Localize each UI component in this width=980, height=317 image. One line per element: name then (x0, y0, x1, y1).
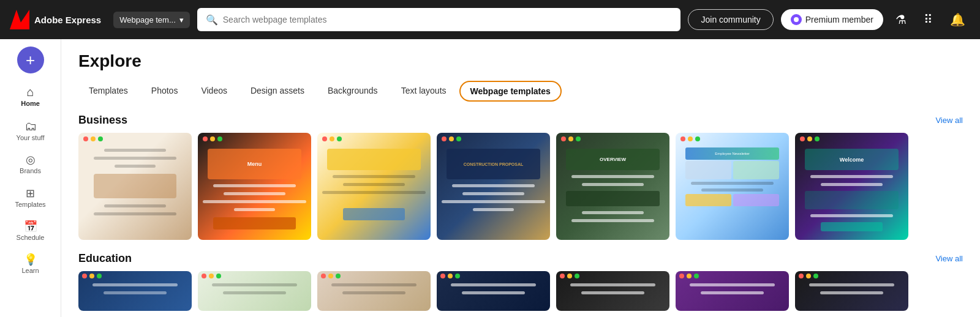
sidebar: + ⌂ Home 🗂 Your stuff ◎ Brands ⊞ Templat… (0, 39, 61, 317)
business-section-header: Business View all (78, 114, 963, 127)
template-card[interactable] (556, 271, 669, 311)
sidebar-item-your-stuff[interactable]: 🗂 Your stuff (6, 115, 55, 147)
logo-area: Adobe Express (10, 10, 101, 29)
business-template-grid: Menu (78, 133, 963, 240)
template-card[interactable] (795, 271, 908, 311)
premium-member-button[interactable]: Premium member (781, 9, 883, 30)
sidebar-item-brands-label: Brands (20, 167, 41, 175)
content-area: Explore Templates Photos Videos Design a… (61, 39, 980, 317)
tab-webpage-templates[interactable]: Webpage templates (459, 81, 562, 102)
template-card[interactable] (317, 271, 431, 311)
template-card[interactable]: Welcome (795, 133, 908, 240)
business-view-all-link[interactable]: View all (935, 116, 963, 125)
template-card[interactable] (78, 271, 192, 311)
schedule-icon: 📅 (24, 221, 37, 232)
template-card[interactable]: CONSTRUCTION PROPOSAL (437, 133, 550, 240)
template-card[interactable] (437, 271, 550, 311)
tab-photos[interactable]: Photos (141, 81, 189, 102)
sidebar-item-templates[interactable]: ⊞ Templates (6, 183, 55, 214)
education-template-grid (78, 271, 963, 311)
search-icon: 🔍 (206, 14, 218, 26)
tab-backgrounds[interactable]: Backgrounds (317, 81, 388, 102)
brands-icon: ◎ (26, 154, 36, 165)
learn-icon: 💡 (24, 254, 37, 265)
tab-design-assets[interactable]: Design assets (240, 81, 315, 102)
education-section-header: Education View all (78, 252, 963, 265)
sidebar-item-learn-label: Learn (21, 267, 39, 275)
search-bar: 🔍 (197, 8, 681, 31)
sidebar-item-learn[interactable]: 💡 Learn (6, 249, 55, 280)
top-navigation: Adobe Express Webpage tem... ▾ 🔍 Join co… (0, 0, 980, 39)
add-button[interactable]: + (17, 47, 44, 73)
page-title: Explore (78, 51, 963, 71)
template-card[interactable]: OVERVIEW (556, 133, 669, 240)
grid-icon-button[interactable]: ⠿ (919, 10, 938, 29)
category-selector-button[interactable]: Webpage tem... ▾ (113, 12, 190, 28)
tab-videos[interactable]: Videos (190, 81, 238, 102)
tab-templates[interactable]: Templates (78, 81, 138, 102)
main-container: + ⌂ Home 🗂 Your stuff ◎ Brands ⊞ Templat… (0, 39, 980, 317)
tabs-row: Templates Photos Videos Design assets Ba… (78, 81, 963, 102)
bell-icon-button[interactable]: 🔔 (945, 10, 970, 29)
svg-point-2 (794, 17, 799, 22)
category-selector-label: Webpage tem... (119, 15, 176, 24)
folder-icon: 🗂 (24, 120, 37, 132)
search-input[interactable] (223, 15, 673, 24)
sidebar-item-schedule[interactable]: 📅 Schedule (6, 216, 55, 247)
tab-text-layouts[interactable]: Text layouts (391, 81, 457, 102)
join-community-button[interactable]: Join community (688, 9, 773, 30)
template-card[interactable] (317, 133, 431, 240)
app-name: Adobe Express (34, 15, 101, 25)
template-card[interactable] (676, 271, 789, 311)
flask-icon-button[interactable]: ⚗ (891, 10, 911, 29)
education-view-all-link[interactable]: View all (935, 254, 963, 263)
sidebar-item-brands[interactable]: ◎ Brands (6, 149, 55, 180)
template-card[interactable]: Employee Newsletter (676, 133, 789, 240)
sidebar-item-templates-label: Templates (15, 201, 45, 209)
sidebar-item-home-label: Home (21, 100, 40, 108)
templates-icon: ⊞ (26, 188, 35, 199)
home-icon: ⌂ (26, 86, 34, 98)
template-card[interactable] (78, 133, 192, 240)
adobe-logo-icon (10, 10, 29, 29)
education-section-title: Education (78, 252, 132, 265)
sidebar-item-home[interactable]: ⌂ Home (6, 81, 55, 113)
business-section-title: Business (78, 114, 127, 127)
template-card[interactable]: Menu (198, 133, 311, 240)
premium-icon (791, 14, 802, 25)
template-card[interactable] (198, 271, 311, 311)
sidebar-item-schedule-label: Schedule (17, 234, 45, 242)
sidebar-item-your-stuff-label: Your stuff (17, 134, 45, 142)
chevron-down-icon: ▾ (179, 15, 184, 24)
